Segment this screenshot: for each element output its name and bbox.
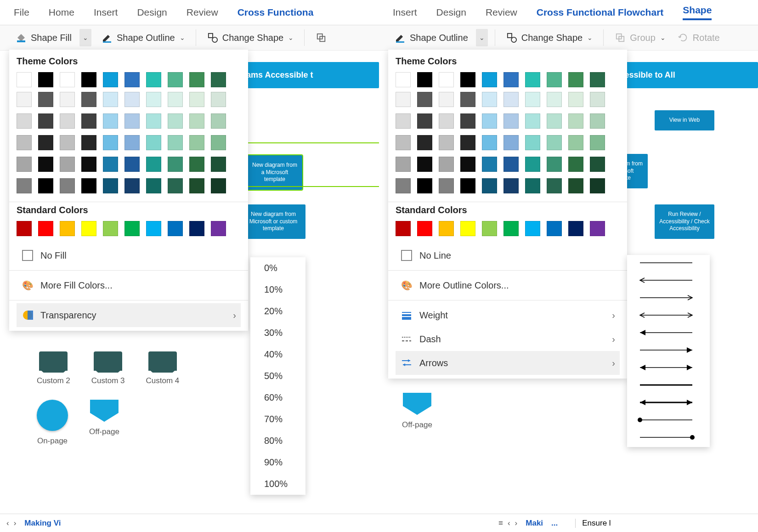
transparency-option[interactable]: 10%: [250, 279, 305, 300]
color-swatch[interactable]: [482, 178, 497, 193]
color-swatch[interactable]: [525, 157, 540, 172]
color-swatch[interactable]: [168, 178, 183, 193]
color-swatch[interactable]: [503, 221, 519, 236]
color-swatch[interactable]: [525, 92, 540, 107]
color-swatch[interactable]: [17, 113, 32, 129]
color-swatch[interactable]: [482, 92, 497, 107]
arrow-style-option[interactable]: [627, 255, 710, 272]
color-swatch[interactable]: [124, 113, 140, 129]
color-swatch[interactable]: [189, 221, 204, 236]
color-swatch[interactable]: [38, 178, 53, 193]
color-swatch[interactable]: [482, 157, 497, 172]
tab-cross-functional[interactable]: Cross Functional Flowchart: [537, 7, 664, 18]
shape-fill-chevron[interactable]: ⌄: [79, 29, 91, 46]
color-swatch[interactable]: [396, 178, 411, 193]
color-swatch[interactable]: [396, 157, 411, 172]
shape-outline-chevron[interactable]: ⌄: [476, 29, 488, 46]
color-swatch[interactable]: [81, 135, 96, 150]
color-swatch[interactable]: [211, 178, 226, 193]
color-swatch[interactable]: [60, 221, 75, 236]
color-swatch[interactable]: [81, 72, 96, 87]
color-swatch[interactable]: [460, 178, 475, 193]
color-swatch[interactable]: [396, 113, 411, 129]
gallery-on-page[interactable]: On-page: [37, 400, 68, 446]
color-swatch[interactable]: [439, 135, 454, 150]
color-swatch[interactable]: [60, 135, 75, 150]
color-swatch[interactable]: [396, 92, 411, 107]
color-swatch[interactable]: [211, 157, 226, 172]
color-swatch[interactable]: [60, 157, 75, 172]
color-swatch[interactable]: [460, 92, 475, 107]
color-swatch[interactable]: [439, 113, 454, 129]
color-swatch[interactable]: [568, 178, 583, 193]
flowchart-box-viewweb[interactable]: View in Web: [655, 110, 714, 130]
color-swatch[interactable]: [146, 157, 161, 172]
arrow-style-option[interactable]: [627, 290, 710, 307]
color-swatch[interactable]: [211, 135, 226, 150]
transparency-option[interactable]: 70%: [250, 408, 305, 430]
color-swatch[interactable]: [168, 135, 183, 150]
color-swatch[interactable]: [590, 113, 605, 129]
color-swatch[interactable]: [168, 72, 183, 87]
color-swatch[interactable]: [211, 113, 226, 129]
color-swatch[interactable]: [38, 221, 53, 236]
color-swatch[interactable]: [547, 135, 562, 150]
color-swatch[interactable]: [417, 157, 432, 172]
color-swatch[interactable]: [482, 113, 497, 129]
no-fill-item[interactable]: No Fill: [17, 243, 241, 267]
transparency-item[interactable]: Transparency ›: [17, 303, 241, 327]
color-swatch[interactable]: [60, 92, 75, 107]
color-swatch[interactable]: [439, 92, 454, 107]
color-swatch[interactable]: [568, 72, 583, 87]
color-swatch[interactable]: [168, 92, 183, 107]
color-swatch[interactable]: [482, 72, 497, 87]
color-swatch[interactable]: [60, 72, 75, 87]
color-swatch[interactable]: [168, 113, 183, 129]
tab-home[interactable]: Home: [49, 7, 74, 18]
color-swatch[interactable]: [146, 135, 161, 150]
tab-review[interactable]: Review: [486, 7, 517, 18]
color-swatch[interactable]: [417, 221, 432, 236]
color-swatch[interactable]: [568, 221, 583, 236]
color-swatch[interactable]: [482, 135, 497, 150]
color-swatch[interactable]: [417, 113, 432, 129]
color-swatch[interactable]: [568, 113, 583, 129]
arrow-style-option[interactable]: [627, 395, 710, 412]
flowchart-box-1[interactable]: New diagram from a Microsoft template: [247, 155, 302, 190]
color-swatch[interactable]: [81, 178, 96, 193]
color-swatch[interactable]: [146, 221, 161, 236]
color-swatch[interactable]: [547, 178, 562, 193]
color-swatch[interactable]: [146, 113, 161, 129]
color-swatch[interactable]: [482, 221, 497, 236]
color-swatch[interactable]: [38, 72, 53, 87]
color-swatch[interactable]: [146, 92, 161, 107]
color-swatch[interactable]: [525, 178, 540, 193]
color-swatch[interactable]: [503, 113, 519, 129]
color-swatch[interactable]: [38, 113, 53, 129]
color-swatch[interactable]: [396, 135, 411, 150]
gallery-off-page[interactable]: Off-page: [89, 400, 119, 446]
tab-review[interactable]: Review: [187, 7, 218, 18]
color-swatch[interactable]: [38, 92, 53, 107]
color-swatch[interactable]: [525, 221, 540, 236]
color-swatch[interactable]: [60, 178, 75, 193]
arrows-item[interactable]: Arrows ›: [396, 351, 620, 375]
color-swatch[interactable]: [38, 135, 53, 150]
color-swatch[interactable]: [503, 157, 519, 172]
tab-file[interactable]: File: [14, 7, 29, 18]
color-swatch[interactable]: [211, 221, 226, 236]
weight-item[interactable]: Weight ›: [396, 303, 620, 327]
more-outline-colors-item[interactable]: 🎨 More Outline Colors...: [396, 273, 620, 297]
sheet-prev-icon[interactable]: ‹: [6, 519, 9, 528]
shape-outline-button[interactable]: Shape Outline ⌄: [97, 30, 189, 45]
color-swatch[interactable]: [590, 178, 605, 193]
color-swatch[interactable]: [189, 178, 204, 193]
sheet-next-icon[interactable]: ›: [14, 519, 17, 528]
color-swatch[interactable]: [503, 135, 519, 150]
color-swatch[interactable]: [417, 178, 432, 193]
no-line-item[interactable]: No Line: [396, 243, 620, 267]
arrow-style-option[interactable]: [627, 377, 710, 395]
shape-outline-button[interactable]: Shape Outline: [390, 30, 472, 45]
color-swatch[interactable]: [547, 221, 562, 236]
color-swatch[interactable]: [417, 92, 432, 107]
